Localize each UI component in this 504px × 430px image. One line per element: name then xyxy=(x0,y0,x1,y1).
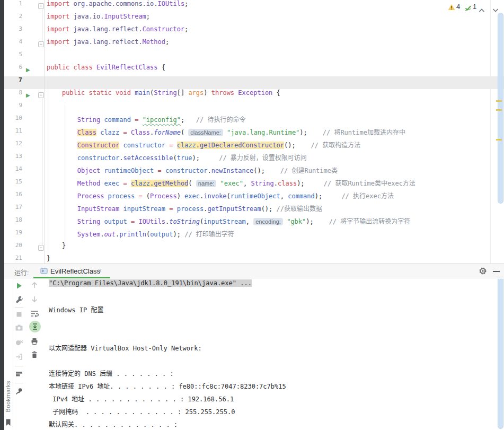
line-number: 15 xyxy=(4,178,22,185)
code-line: 1−import org.apache.commons.io.IOUtils; xyxy=(0,0,504,13)
line-number: 11 xyxy=(4,127,22,134)
bookmark-icon xyxy=(5,419,11,428)
right-margin-guide xyxy=(490,0,491,264)
console-line: "C:\Program Files\Java\jdk1.8.0_191\bin\… xyxy=(49,279,252,292)
code-line: 18 String output = IOUtils.toString(inpu… xyxy=(0,216,504,229)
fold-icon[interactable]: − xyxy=(38,41,44,47)
arrow-down-icon[interactable] xyxy=(30,295,39,305)
parameter-hint: className: xyxy=(188,129,223,136)
code-line: 10 String command = "ipconfig"; // 待执行的命… xyxy=(0,115,504,127)
next-problem-chevron-down-icon[interactable] xyxy=(492,5,499,14)
line-number: 18 xyxy=(4,216,22,223)
code-text: constructor.setAccessible(true); // 暴力反射… xyxy=(47,153,307,162)
line-number: 8 xyxy=(4,89,22,96)
code-line: 4−import java.lang.reflect.Method; xyxy=(0,38,504,51)
dump-threads-icon[interactable] xyxy=(15,323,23,334)
line-number: 5 xyxy=(4,51,22,58)
code-line: 9 xyxy=(0,102,504,115)
warning-stripe-mark[interactable] xyxy=(496,109,502,111)
warning-stripe-mark[interactable] xyxy=(496,139,502,141)
rerun-icon[interactable] xyxy=(15,282,23,292)
print-icon[interactable] xyxy=(30,337,39,348)
line-number: 3 xyxy=(4,25,22,32)
code-line: 21} xyxy=(0,255,504,264)
arrow-up-icon[interactable] xyxy=(30,281,39,292)
code-text: String command = "ipconfig"; // 待执行的命令 xyxy=(47,115,245,124)
code-text: InputStream inputStream = process.getInp… xyxy=(47,204,322,213)
code-text: Object runtimeObject = constructor.newIn… xyxy=(47,165,338,174)
code-line: 20− } xyxy=(0,242,504,255)
code-text: import java.io.InputStream; xyxy=(47,13,150,20)
line-number: 4 xyxy=(4,38,22,45)
ide-window: 1−import org.apache.commons.io.IOUtils;2… xyxy=(0,0,504,430)
settings-gear-icon[interactable] xyxy=(479,267,487,277)
code-line: 16 Process process = (Process) exec.invo… xyxy=(0,191,504,204)
run-label: 运行: xyxy=(14,268,29,277)
pin-icon[interactable] xyxy=(15,387,23,398)
soft-wrap-icon[interactable] xyxy=(30,309,39,320)
code-text: public class EvilReflectClass { xyxy=(47,64,165,71)
typo-check-icon[interactable] xyxy=(464,4,472,13)
window-edge-strip xyxy=(0,0,4,430)
run-tool-window-header: 运行: EvilReflectClass × xyxy=(0,264,504,279)
code-line: 3import java.lang.reflect.Constructor; xyxy=(0,25,504,38)
edit-configuration-icon[interactable] xyxy=(15,295,23,306)
fold-range-line xyxy=(42,10,42,41)
console-scrollbar-thumb[interactable] xyxy=(498,274,503,429)
prev-problem-chevron-up-icon[interactable] xyxy=(479,5,485,14)
line-number: 12 xyxy=(4,140,22,147)
fold-icon[interactable]: − xyxy=(38,245,44,251)
code-text: import java.lang.reflect.Method; xyxy=(47,38,169,46)
close-tab-icon[interactable]: × xyxy=(98,267,102,275)
exit-icon[interactable] xyxy=(15,353,23,363)
code-line: 13 constructor.setAccessible(true); // 暴… xyxy=(0,153,504,165)
kill-process-icon[interactable] xyxy=(15,338,23,349)
run-tab-title: EvilReflectClass xyxy=(50,267,100,275)
code-text: } xyxy=(47,255,50,262)
warning-stripe-mark[interactable] xyxy=(496,100,502,102)
indent-guide xyxy=(65,105,65,242)
line-number: 6 xyxy=(4,64,22,71)
code-text: Class clazz = Class.forName( className: … xyxy=(47,127,405,136)
console-line: 连接特定的 DNS 后缀 . . . . . . . : xyxy=(49,368,174,381)
clear-all-icon[interactable] xyxy=(30,350,39,361)
line-number: 7 xyxy=(4,76,22,84)
bookmarks-tool-button[interactable]: Bookmarks xyxy=(4,381,13,429)
line-number: 21 xyxy=(4,255,22,261)
code-text: String output = IOUtils.toString(inputSt… xyxy=(47,216,410,225)
code-line: 2import java.io.InputStream; xyxy=(0,13,504,25)
fold-icon[interactable]: − xyxy=(38,3,44,9)
code-line: 5 xyxy=(0,51,504,64)
code-text: Process process = (Process) exec.invoke(… xyxy=(47,191,394,200)
code-line: 14 Object runtimeObject = constructor.ne… xyxy=(0,165,504,178)
run-gutter-icon[interactable]: ▶ xyxy=(26,89,30,102)
warning-triangle-icon[interactable] xyxy=(448,3,455,13)
typo-count: 1 xyxy=(473,3,476,11)
run-gutter-icon[interactable]: ▶ xyxy=(26,64,30,76)
fold-icon[interactable]: − xyxy=(38,92,44,98)
line-number: 20 xyxy=(4,242,22,249)
console-line: 以太网适配器 VirtualBox Host-Only Network: xyxy=(49,343,202,356)
line-number: 17 xyxy=(4,204,22,210)
console-line: Windows IP 配置 xyxy=(49,305,103,318)
toolbar-divider xyxy=(15,308,23,308)
bookmarks-label: Bookmarks xyxy=(5,381,11,413)
code-text: Constructor constructor = clazz.getDecla… xyxy=(47,140,360,149)
line-number: 19 xyxy=(4,229,22,236)
line-number: 16 xyxy=(4,191,22,198)
code-text: System.out.println(output); // 打印输出字符 xyxy=(47,229,234,238)
code-line: 6▶public class EvilReflectClass { xyxy=(0,64,504,76)
code-text: import org.apache.commons.io.IOUtils; xyxy=(47,0,188,7)
layout-settings-icon[interactable] xyxy=(15,370,23,380)
stop-icon[interactable] xyxy=(15,310,23,321)
code-text: } xyxy=(47,242,66,249)
code-line: 12 Constructor constructor = clazz.getDe… xyxy=(0,140,504,153)
toolbar-divider xyxy=(15,366,23,366)
code-text: import java.lang.reflect.Constructor; xyxy=(47,25,188,33)
console-line: IPv4 地址 . . . . . . . . . . . . : 192.16… xyxy=(49,394,234,407)
console-line: 默认网关. . . . . . . . . . . . . : xyxy=(49,419,178,430)
code-text: Method exec = clazz.getMethod( name: "ex… xyxy=(47,178,415,187)
scroll-to-end-icon[interactable] xyxy=(29,321,41,332)
editor-scrollbar-thumb[interactable] xyxy=(498,13,503,204)
hide-panel-icon[interactable] xyxy=(493,271,500,272)
